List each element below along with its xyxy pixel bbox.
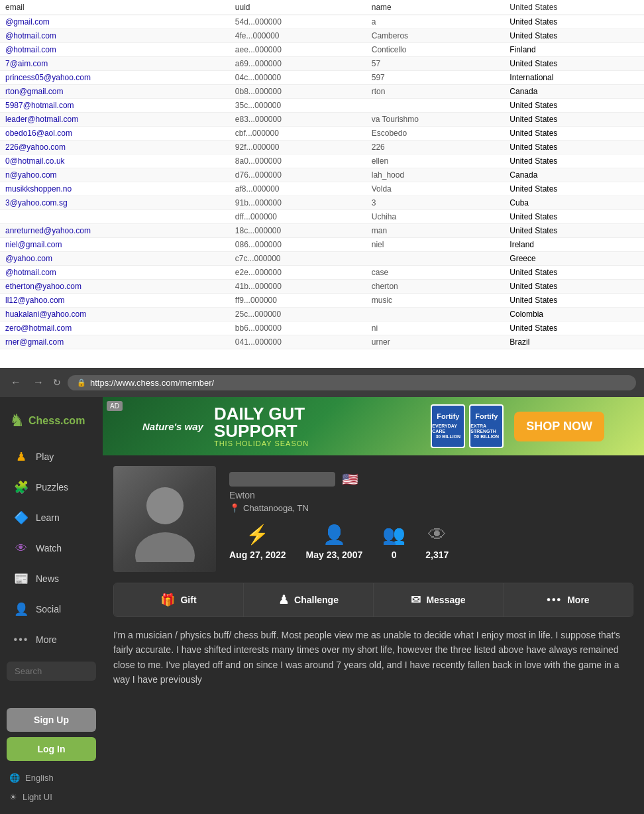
svg-point-0	[146, 487, 184, 524]
cell-email: @hotmail.com	[0, 43, 230, 57]
news-icon: 📰	[13, 571, 29, 587]
cell-uuid: dff...000000	[230, 210, 366, 224]
search-input[interactable]	[7, 662, 96, 681]
cell-email: musikkshoppen.no	[0, 182, 230, 196]
cell-uuid: 8a0...000000	[230, 154, 366, 168]
sidebar-item-more[interactable]: ••• More	[4, 625, 99, 654]
cell-country: Finland	[504, 43, 644, 57]
puzzles-icon: 🧩	[13, 479, 29, 495]
location-pin-icon: 📍	[229, 503, 240, 513]
cell-uuid: 041...000000	[230, 335, 366, 349]
cell-name: niel	[366, 238, 505, 252]
cell-name: man	[366, 224, 505, 238]
url-bar[interactable]: 🔒 https://www.chess.com/member/	[68, 375, 636, 390]
cell-uuid: 35c...000000	[230, 99, 366, 113]
cell-email: 0@hotmail.co.uk	[0, 154, 230, 168]
gift-icon: 🎁	[160, 593, 175, 607]
sidebar-item-social[interactable]: 👤 Social	[4, 595, 99, 624]
joined-icon: ⚡	[246, 524, 269, 546]
message-icon: ✉	[411, 593, 421, 607]
cell-country: United States	[504, 280, 644, 294]
more-dots-icon: •••	[547, 594, 562, 606]
sidebar-bottom: Sign Up Log In	[0, 701, 103, 768]
cell-name: 57	[366, 57, 505, 71]
watch-icon: 👁	[13, 540, 29, 556]
more-button[interactable]: ••• More	[504, 583, 633, 616]
message-button[interactable]: ✉ Message	[374, 583, 504, 616]
cell-name: Camberos	[366, 29, 505, 43]
cell-name: va Tourishmo	[366, 113, 505, 127]
globe-icon: 🌐	[9, 773, 20, 783]
challenge-button[interactable]: ♟ Challenge	[244, 583, 374, 616]
ad-banner: AD Nature's way DAILY GUTSUPPORT THIS HO…	[103, 397, 644, 455]
table-row: zero@hotmail.com bb6...000000 ni United …	[0, 321, 644, 335]
social-icon: 👤	[13, 601, 29, 617]
cell-country: United States	[504, 29, 644, 43]
language-selector[interactable]: 🌐 English	[0, 768, 103, 788]
cell-email: huakalani@yahoo.com	[0, 308, 230, 321]
sidebar-item-play[interactable]: ♟ Play	[4, 442, 99, 471]
table-row: rton@gmail.com 0b8...000000 rton Canada	[0, 85, 644, 99]
cell-email: etherton@yahoo.com	[0, 280, 230, 294]
cell-email: @yahoo.com	[0, 252, 230, 266]
cell-uuid: bb6...000000	[230, 321, 366, 335]
sidebar-item-learn[interactable]: 🔷 Learn	[4, 503, 99, 532]
bio-text: I'm a musician / physics buff/ chess buf…	[113, 628, 633, 687]
location-text: Chattanooga, TN	[243, 503, 309, 513]
cell-name: 226	[366, 141, 505, 154]
cell-email: @hotmail.com	[0, 29, 230, 43]
table-row: 5987@hotmail.com 35c...000000 United Sta…	[0, 99, 644, 113]
table-row: 3@yahoo.com.sg 91b...000000 3 Cuba	[0, 196, 644, 210]
cell-name: Conticello	[366, 43, 505, 57]
login-button[interactable]: Log In	[7, 737, 96, 761]
col-header-country: United States	[504, 0, 644, 15]
cell-country: Cuba	[504, 196, 644, 210]
light-ui-label: Light UI	[23, 792, 52, 802]
forward-button[interactable]: →	[30, 374, 46, 391]
cell-uuid: 41b...000000	[230, 280, 366, 294]
table-row: 226@yahoo.com 92f...000000 226 United St…	[0, 141, 644, 154]
cell-uuid: 91b...000000	[230, 196, 366, 210]
cell-email: @hotmail.com	[0, 266, 230, 280]
stat-joined: ⚡ Aug 27, 2022	[229, 524, 286, 560]
cell-country: United States	[504, 294, 644, 308]
refresh-button[interactable]: ↻	[53, 377, 61, 388]
cell-uuid: 92f...000000	[230, 141, 366, 154]
cell-country: United States	[504, 182, 644, 196]
cell-country: International	[504, 71, 644, 85]
table-row: huakalani@yahoo.com 25c...000000 Colombi…	[0, 308, 644, 321]
cell-name: Escobedo	[366, 127, 505, 141]
gift-button[interactable]: 🎁 Gift	[114, 583, 244, 616]
country-flag: 🇺🇸	[342, 471, 358, 487]
cell-email: 5987@hotmail.com	[0, 99, 230, 113]
light-ui-toggle[interactable]: ☀ Light UI	[0, 788, 103, 806]
cell-name	[366, 308, 505, 321]
cell-name: 3	[366, 196, 505, 210]
cell-country: United States	[504, 57, 644, 71]
cell-email: rton@gmail.com	[0, 85, 230, 99]
ad-brand: Nature's way	[142, 421, 203, 432]
back-button[interactable]: ←	[8, 374, 24, 391]
sidebar-item-news[interactable]: 📰 News	[4, 564, 99, 593]
cell-country: United States	[504, 154, 644, 168]
shop-now-button[interactable]: SHOP NOW	[514, 412, 604, 441]
cell-uuid: e2e...000000	[230, 266, 366, 280]
table-row: 0@hotmail.co.uk 8a0...000000 ellen Unite…	[0, 154, 644, 168]
cell-email: ll12@yahoo.com	[0, 294, 230, 308]
sidebar-item-puzzles[interactable]: 🧩 Puzzles	[4, 473, 99, 502]
profile-section: 🇺🇸 Ewton 📍 Chattanooga, TN ⚡ Aug 27, 202…	[103, 466, 644, 572]
cell-email: anreturned@yahoo.com	[0, 224, 230, 238]
last-online-date: May 23, 2007	[306, 550, 363, 560]
cell-email: rner@gmail.com	[0, 335, 230, 349]
table-row: @hotmail.com 4fe...000000 Camberos Unite…	[0, 29, 644, 43]
cell-uuid: 54d...000000	[230, 15, 366, 29]
avatar-image	[113, 466, 216, 572]
cell-name: case	[366, 266, 505, 280]
sidebar-item-watch[interactable]: 👁 Watch	[4, 534, 99, 563]
signup-button[interactable]: Sign Up	[7, 708, 96, 732]
cell-name: Uchiha	[366, 210, 505, 224]
profile-location: 📍 Chattanooga, TN	[229, 503, 633, 513]
stat-last-online: 👤 May 23, 2007	[306, 524, 363, 560]
cell-name: cherton	[366, 280, 505, 294]
table-row: @gmail.com 54d...000000 a United States	[0, 15, 644, 29]
